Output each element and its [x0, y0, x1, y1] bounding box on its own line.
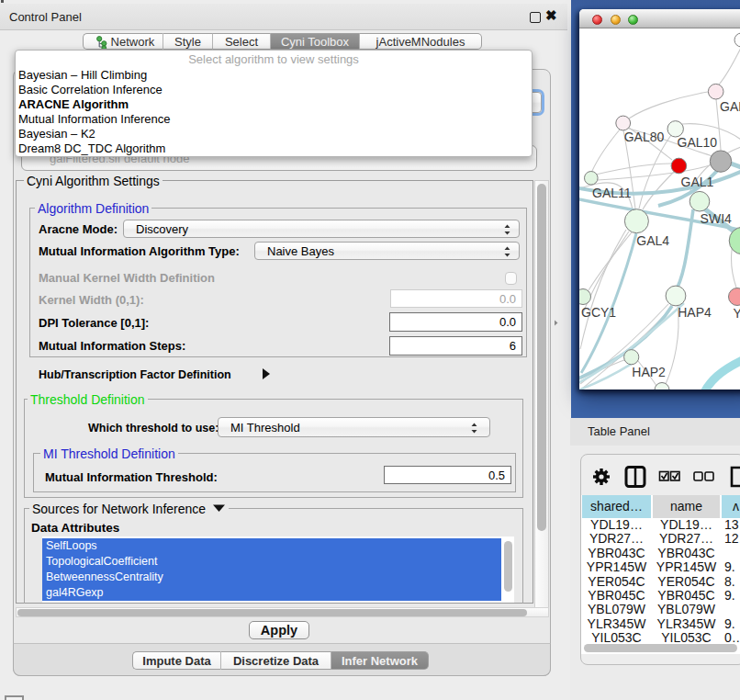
svg-text:GAL80: GAL80: [624, 130, 665, 144]
svg-text:GAL10: GAL10: [678, 135, 718, 150]
svg-text:GAL4: GAL4: [636, 233, 669, 248]
svg-text:SWI4: SWI4: [701, 211, 732, 226]
svg-text:GCY1: GCY1: [581, 305, 616, 320]
svg-text:HAP4: HAP4: [678, 305, 712, 320]
svg-text:YM: YM: [734, 306, 740, 321]
svg-text:GAL3: GAL3: [720, 99, 740, 114]
svg-text:GAL11: GAL11: [592, 186, 632, 200]
svg-text:GAL1: GAL1: [681, 175, 714, 189]
svg-text:HAP2: HAP2: [632, 365, 666, 379]
